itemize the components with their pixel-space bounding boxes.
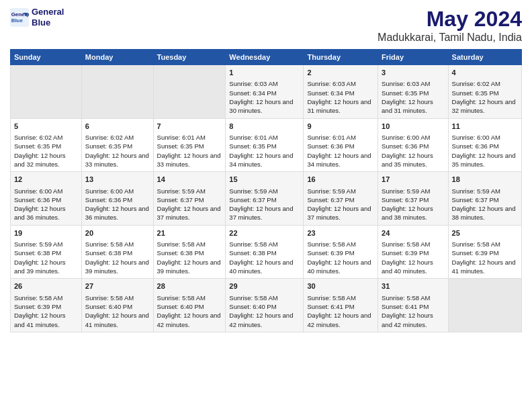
- cell-w4-d6: 24Sunrise: 5:58 AMSunset: 6:39 PMDayligh…: [378, 225, 448, 279]
- sunset-text: Sunset: 6:35 PM: [157, 142, 204, 150]
- cell-w5-d4: 29Sunrise: 5:58 AMSunset: 6:40 PMDayligh…: [226, 279, 304, 332]
- day-number: 21: [157, 228, 222, 238]
- week-row-3: 12Sunrise: 6:00 AMSunset: 6:36 PMDayligh…: [11, 172, 522, 226]
- daylight-text: Daylight: 12 hours and 35 minutes.: [452, 152, 516, 168]
- sunrise-text: Sunrise: 6:00 AM: [452, 134, 500, 141]
- sunset-text: Sunset: 6:36 PM: [14, 196, 61, 203]
- sunset-text: Sunset: 6:41 PM: [382, 303, 429, 310]
- sunrise-text: Sunrise: 5:58 AM: [85, 294, 134, 302]
- day-number: 24: [382, 228, 444, 238]
- day-number: 14: [157, 175, 222, 185]
- cell-w2-d6: 10Sunrise: 6:00 AMSunset: 6:36 PMDayligh…: [378, 118, 448, 172]
- col-header-sunday: Sunday: [11, 50, 82, 65]
- day-number: 7: [157, 122, 222, 132]
- sunrise-text: Sunrise: 6:03 AM: [229, 80, 277, 87]
- sunrise-text: Sunrise: 5:58 AM: [307, 240, 355, 248]
- logo: General Blue General Blue: [10, 7, 64, 28]
- cell-w5-d5: 30Sunrise: 5:58 AMSunset: 6:41 PMDayligh…: [304, 279, 378, 332]
- week-row-4: 19Sunrise: 5:59 AMSunset: 6:38 PMDayligh…: [11, 225, 522, 279]
- daylight-text: Daylight: 12 hours and 34 minutes.: [229, 152, 293, 168]
- sunrise-text: Sunrise: 5:59 AM: [14, 240, 62, 248]
- subtitle: Madukkarai, Tamil Nadu, India: [378, 32, 522, 44]
- cell-w4-d1: 19Sunrise: 5:59 AMSunset: 6:38 PMDayligh…: [11, 225, 82, 279]
- daylight-text: Daylight: 12 hours and 36 minutes.: [14, 205, 66, 221]
- sunrise-text: Sunrise: 6:01 AM: [229, 134, 277, 141]
- col-header-saturday: Saturday: [448, 50, 521, 65]
- sunset-text: Sunset: 6:39 PM: [307, 249, 354, 257]
- sunrise-text: Sunrise: 6:02 AM: [85, 134, 134, 141]
- sunset-text: Sunset: 6:34 PM: [307, 89, 354, 97]
- daylight-text: Daylight: 12 hours and 34 minutes.: [307, 152, 371, 168]
- sunrise-text: Sunrise: 5:58 AM: [157, 294, 206, 302]
- cell-w1-d5: 2Sunrise: 6:03 AMSunset: 6:34 PMDaylight…: [304, 65, 378, 119]
- sunrise-text: Sunrise: 5:58 AM: [382, 240, 430, 248]
- sunset-text: Sunset: 6:36 PM: [307, 142, 354, 150]
- daylight-text: Daylight: 12 hours and 37 minutes.: [157, 205, 221, 221]
- sunrise-text: Sunrise: 6:00 AM: [14, 187, 62, 195]
- sunset-text: Sunset: 6:40 PM: [157, 303, 204, 310]
- col-header-tuesday: Tuesday: [153, 50, 226, 65]
- day-number: 8: [229, 122, 300, 132]
- cell-w3-d4: 15Sunrise: 5:59 AMSunset: 6:37 PMDayligh…: [226, 172, 304, 226]
- day-number: 12: [14, 175, 78, 185]
- week-row-1: 1Sunrise: 6:03 AMSunset: 6:34 PMDaylight…: [11, 65, 522, 119]
- daylight-text: Daylight: 12 hours and 42 minutes.: [229, 312, 293, 328]
- day-number: 22: [229, 228, 300, 238]
- svg-text:Blue: Blue: [11, 17, 24, 24]
- cell-w4-d4: 22Sunrise: 5:58 AMSunset: 6:38 PMDayligh…: [226, 225, 304, 279]
- daylight-text: Daylight: 12 hours and 42 minutes.: [307, 312, 371, 328]
- daylight-text: Daylight: 12 hours and 41 minutes.: [14, 312, 66, 328]
- sunrise-text: Sunrise: 6:00 AM: [382, 134, 430, 141]
- cell-w5-d2: 27Sunrise: 5:58 AMSunset: 6:40 PMDayligh…: [81, 279, 153, 332]
- cell-w2-d5: 9Sunrise: 6:01 AMSunset: 6:36 PMDaylight…: [304, 118, 378, 172]
- day-number: 11: [452, 122, 518, 132]
- sunrise-text: Sunrise: 5:58 AM: [229, 240, 277, 248]
- title-block: May 2024 Madukkarai, Tamil Nadu, India: [378, 7, 522, 44]
- daylight-text: Daylight: 12 hours and 30 minutes.: [229, 98, 293, 114]
- day-number: 5: [14, 122, 78, 132]
- daylight-text: Daylight: 12 hours and 39 minutes.: [14, 259, 66, 275]
- sunset-text: Sunset: 6:38 PM: [229, 249, 276, 257]
- daylight-text: Daylight: 12 hours and 32 minutes.: [14, 152, 66, 168]
- col-header-monday: Monday: [81, 50, 153, 65]
- sunrise-text: Sunrise: 6:03 AM: [307, 80, 355, 87]
- logo-text-line2: Blue: [32, 17, 64, 28]
- daylight-text: Daylight: 12 hours and 38 minutes.: [382, 205, 433, 221]
- daylight-text: Daylight: 12 hours and 40 minutes.: [307, 259, 371, 275]
- cell-w2-d3: 7Sunrise: 6:01 AMSunset: 6:35 PMDaylight…: [153, 118, 226, 172]
- sunrise-text: Sunrise: 6:03 AM: [382, 80, 430, 87]
- sunrise-text: Sunrise: 5:59 AM: [307, 187, 355, 195]
- sunrise-text: Sunrise: 6:02 AM: [14, 134, 62, 141]
- logo-text-line1: General: [32, 7, 64, 17]
- cell-w3-d3: 14Sunrise: 5:59 AMSunset: 6:37 PMDayligh…: [153, 172, 226, 226]
- cell-w5-d3: 28Sunrise: 5:58 AMSunset: 6:40 PMDayligh…: [153, 279, 226, 332]
- cell-w3-d2: 13Sunrise: 6:00 AMSunset: 6:36 PMDayligh…: [81, 172, 153, 226]
- sunset-text: Sunset: 6:37 PM: [157, 196, 204, 203]
- cell-w1-d6: 3Sunrise: 6:03 AMSunset: 6:35 PMDaylight…: [378, 65, 448, 119]
- sunset-text: Sunset: 6:36 PM: [85, 196, 132, 203]
- cell-w2-d7: 11Sunrise: 6:00 AMSunset: 6:36 PMDayligh…: [448, 118, 521, 172]
- daylight-text: Daylight: 12 hours and 41 minutes.: [452, 259, 516, 275]
- header-row: SundayMondayTuesdayWednesdayThursdayFrid…: [11, 50, 522, 65]
- sunrise-text: Sunrise: 5:59 AM: [452, 187, 500, 195]
- daylight-text: Daylight: 12 hours and 38 minutes.: [452, 205, 516, 221]
- cell-w1-d1: [11, 65, 82, 119]
- page-header: General Blue General Blue May 2024 Maduk…: [10, 7, 522, 44]
- day-number: 25: [452, 228, 518, 238]
- sunset-text: Sunset: 6:38 PM: [14, 249, 61, 257]
- daylight-text: Daylight: 12 hours and 36 minutes.: [85, 205, 149, 221]
- sunset-text: Sunset: 6:41 PM: [307, 303, 354, 310]
- cell-w5-d1: 26Sunrise: 5:58 AMSunset: 6:39 PMDayligh…: [11, 279, 82, 332]
- cell-w4-d2: 20Sunrise: 5:58 AMSunset: 6:38 PMDayligh…: [81, 225, 153, 279]
- cell-w2-d2: 6Sunrise: 6:02 AMSunset: 6:35 PMDaylight…: [81, 118, 153, 172]
- sunrise-text: Sunrise: 5:58 AM: [382, 294, 430, 302]
- day-number: 4: [452, 68, 518, 78]
- cell-w2-d1: 5Sunrise: 6:02 AMSunset: 6:35 PMDaylight…: [11, 118, 82, 172]
- sunset-text: Sunset: 6:34 PM: [229, 89, 276, 97]
- day-number: 19: [14, 228, 78, 238]
- day-number: 10: [382, 122, 444, 132]
- daylight-text: Daylight: 12 hours and 41 minutes.: [85, 312, 149, 328]
- cell-w5-d6: 31Sunrise: 5:58 AMSunset: 6:41 PMDayligh…: [378, 279, 448, 332]
- sunrise-text: Sunrise: 6:02 AM: [452, 80, 500, 87]
- sunset-text: Sunset: 6:37 PM: [229, 196, 276, 203]
